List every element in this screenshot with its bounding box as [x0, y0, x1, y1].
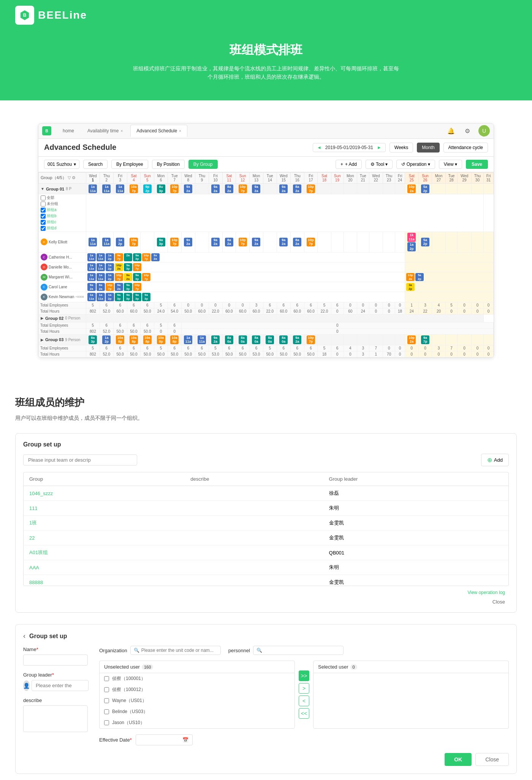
- view-month-btn[interactable]: Month: [417, 143, 439, 153]
- form-back-button[interactable]: ‹: [23, 632, 25, 640]
- date-text-input[interactable]: [140, 737, 182, 743]
- group-link-1046[interactable]: 1046_szzz: [29, 491, 53, 496]
- add-group-button[interactable]: ⊕ Add: [481, 454, 509, 466]
- g01-d15[interactable]: 9a2a: [277, 183, 290, 194]
- view-weeks-btn[interactable]: Weeks: [390, 143, 413, 153]
- kevin-shifts[interactable]: 1a11a 1a11a 1a2p 9a3p 9a3p 9a3p 9a3p: [86, 292, 405, 302]
- org-input-field[interactable]: [141, 648, 217, 653]
- k-d30[interactable]: [471, 232, 483, 252]
- g01-d27[interactable]: [432, 183, 445, 194]
- g01-d8[interactable]: 9x2a: [181, 183, 195, 194]
- view-attendance-btn[interactable]: Attendance cycle: [443, 143, 488, 153]
- add-button[interactable]: + + Add: [336, 160, 362, 169]
- k-d17[interactable]: 10p7p: [304, 232, 318, 252]
- k-d7[interactable]: 10p7p: [168, 232, 181, 252]
- k-d20[interactable]: [344, 232, 357, 252]
- panel-close-link[interactable]: Close: [23, 599, 509, 605]
- g01-d10[interactable]: 9a2a: [209, 183, 222, 194]
- user-checkbox-2[interactable]: [104, 687, 109, 692]
- g01-d21[interactable]: [357, 183, 369, 194]
- g01-d28[interactable]: [445, 183, 458, 194]
- k-d1[interactable]: 1a11a: [86, 232, 100, 252]
- tab-availability[interactable]: Availability time ×: [82, 125, 128, 137]
- group03-expand-icon[interactable]: ▶: [41, 338, 44, 342]
- margaret-shifts[interactable]: 1a11a 1a11a 1a2p 10p7p 9a2a 9a3p 10p7p: [86, 272, 405, 282]
- g01-d18[interactable]: [318, 183, 331, 194]
- transfer-right-btn[interactable]: >: [299, 683, 309, 694]
- k-d23[interactable]: [383, 232, 395, 252]
- k-d14[interactable]: [263, 232, 277, 252]
- g01-d29[interactable]: [458, 183, 471, 194]
- group-search-input[interactable]: [23, 454, 137, 465]
- date-next-btn[interactable]: ►: [377, 145, 382, 150]
- filter-by-employee-btn[interactable]: By Employee: [111, 160, 148, 169]
- date-prev-btn[interactable]: ◄: [317, 145, 321, 150]
- effective-date-input[interactable]: 📅: [136, 734, 193, 745]
- group-link-aaa[interactable]: AAA: [29, 565, 39, 570]
- view-operation-log-link[interactable]: View operation log: [23, 590, 509, 595]
- group-leader-input[interactable]: [32, 680, 89, 691]
- g01-d9[interactable]: [195, 183, 209, 194]
- transfer-all-left-btn[interactable]: <<: [299, 708, 309, 719]
- k-d11[interactable]: 8a2a: [222, 232, 236, 252]
- g01-d11[interactable]: 8a2a: [222, 183, 236, 194]
- user-avatar[interactable]: U: [478, 125, 490, 137]
- k-d13[interactable]: 9a2a: [250, 232, 263, 252]
- group-b-checkbox[interactable]: [41, 214, 46, 219]
- filter-by-position-btn[interactable]: By Position: [152, 160, 185, 169]
- describe-textarea[interactable]: [23, 705, 88, 732]
- gear-icon[interactable]: ⚙: [462, 125, 473, 136]
- ok-button[interactable]: OK: [445, 753, 472, 766]
- transfer-all-right-btn[interactable]: >>: [299, 670, 309, 681]
- g01-d19[interactable]: [331, 183, 344, 194]
- catherine-shifts[interactable]: 1a11a 1a11a 1a2p 9a7p 2a 9a3p 10p7p 9x2a: [86, 252, 405, 262]
- group-table-scroll[interactable]: Group describe Group leader 1046_szzz 徐磊…: [23, 472, 509, 586]
- k-d16[interactable]: 8a2a: [290, 232, 304, 252]
- k-d10[interactable]: 9a2a: [209, 232, 222, 252]
- group-a-checkbox[interactable]: [41, 208, 46, 213]
- user-checkbox-3[interactable]: [104, 698, 109, 703]
- g01-d7[interactable]: 10p7p: [168, 183, 181, 194]
- k-d21[interactable]: [357, 232, 369, 252]
- k-d19[interactable]: [331, 232, 344, 252]
- g01-d14[interactable]: [263, 183, 277, 194]
- k-d9[interactable]: [195, 232, 209, 252]
- group-d-checkbox[interactable]: [41, 226, 46, 231]
- all-groups-checkbox[interactable]: [41, 195, 46, 200]
- k-d27[interactable]: [432, 232, 445, 252]
- k-d12[interactable]: 10p7p: [236, 232, 250, 252]
- k-d28[interactable]: [445, 232, 458, 252]
- k-d6[interactable]: 9a3p: [154, 232, 168, 252]
- g01-d31[interactable]: [484, 183, 494, 194]
- g01-d6[interactable]: 8u3p: [154, 183, 168, 194]
- k-d26[interactable]: 5a2p: [418, 232, 432, 252]
- tab-advanced-schedule[interactable]: Advanced Schedule ×: [130, 125, 187, 137]
- group-link-a01[interactable]: A01班组: [29, 550, 48, 555]
- tool-button[interactable]: ⚙ Tool ▾: [366, 160, 393, 169]
- k-d3[interactable]: 1a2p: [113, 232, 127, 252]
- g01-d24[interactable]: [395, 183, 405, 194]
- tab-home[interactable]: home: [57, 125, 80, 137]
- group-link-22[interactable]: 22: [29, 535, 35, 541]
- g01-d4[interactable]: 10a7p: [127, 183, 141, 194]
- k-d15[interactable]: 9a2a: [277, 232, 290, 252]
- g01-d30[interactable]: [471, 183, 483, 194]
- name-input[interactable]: [23, 655, 88, 666]
- transfer-left-btn[interactable]: <: [299, 696, 309, 706]
- operation-button[interactable]: ↺ Operation ▾: [396, 160, 435, 169]
- k-d4[interactable]: 10a7p: [127, 232, 141, 252]
- g01-d13[interactable]: 9a2a: [250, 183, 263, 194]
- k-d25[interactable]: 1k11a1a2p: [405, 232, 418, 252]
- g01-d3[interactable]: 1a11a: [113, 183, 127, 194]
- group-link-88888[interactable]: 88888: [29, 580, 43, 585]
- g01-d1[interactable]: 1a11a: [86, 183, 100, 194]
- calendar-icon[interactable]: 📅: [182, 737, 188, 743]
- group-link-111[interactable]: 111: [29, 505, 38, 511]
- k-d18[interactable]: [318, 232, 331, 252]
- user-checkbox-4[interactable]: [104, 709, 109, 714]
- group01-expand-icon[interactable]: ▼: [41, 187, 44, 191]
- g01-d26[interactable]: 5a2p: [418, 183, 432, 194]
- filter-by-group-btn[interactable]: By Group: [188, 160, 218, 169]
- user-checkbox-5[interactable]: [104, 720, 109, 725]
- group02-expand-icon[interactable]: ▶: [41, 316, 44, 320]
